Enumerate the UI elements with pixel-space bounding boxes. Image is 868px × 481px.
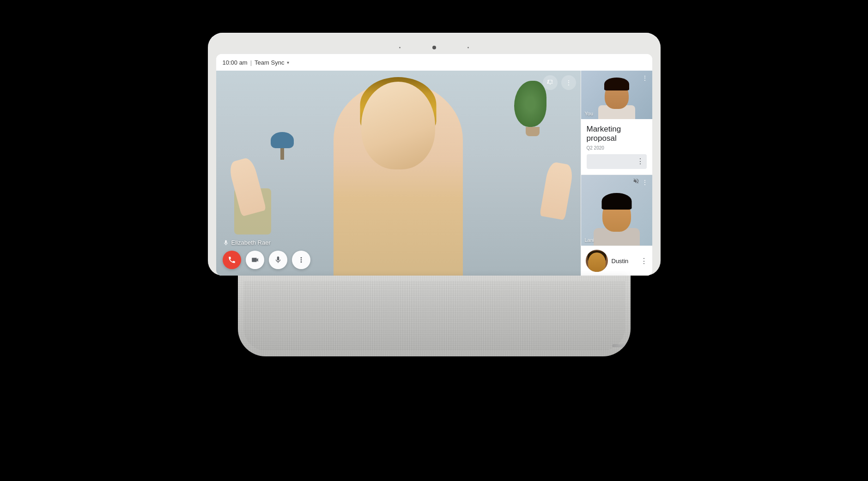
you-person bbox=[594, 78, 640, 119]
screen-content: ⋮ Elizabeth Raer bbox=[216, 71, 652, 276]
pin-button[interactable] bbox=[543, 75, 558, 90]
speaker-label: Elizabeth Raer bbox=[223, 239, 271, 246]
proposal-more-button[interactable]: ⋮ bbox=[637, 157, 644, 166]
device-shell: 10:00 am | Team Sync ▾ bbox=[208, 33, 661, 276]
meeting-dropdown-arrow[interactable]: ▾ bbox=[287, 60, 289, 65]
lani-mute-icon bbox=[633, 178, 639, 186]
person-head bbox=[361, 82, 435, 169]
proposal-subtitle: Q2 2020 bbox=[587, 145, 647, 150]
lani-tile-label: Lani bbox=[585, 237, 595, 243]
dustin-face bbox=[588, 253, 606, 272]
more-dots-icon: ⋮ bbox=[565, 79, 572, 86]
camera-bar bbox=[216, 41, 652, 54]
sidebar: You ⋮ Marketing proposal Q2 2020 ⋮ bbox=[581, 71, 652, 276]
lani-tile: Lani ⋮ bbox=[581, 175, 652, 246]
speaker-base bbox=[238, 276, 631, 356]
lamp-shade bbox=[271, 132, 294, 148]
lani-person bbox=[587, 190, 647, 246]
person-body bbox=[334, 82, 463, 276]
you-tile-more-button[interactable]: ⋮ bbox=[640, 73, 649, 83]
camera-dot bbox=[432, 46, 436, 49]
microphone-button[interactable] bbox=[269, 251, 287, 269]
lani-hair bbox=[601, 193, 631, 210]
camera-indicator-left bbox=[399, 47, 401, 48]
meeting-time: 10:00 am bbox=[223, 59, 248, 66]
end-call-button[interactable] bbox=[223, 251, 241, 269]
dustin-more-button[interactable]: ⋮ bbox=[640, 257, 648, 265]
power-cord bbox=[612, 344, 631, 347]
lani-tile-more-button[interactable]: ⋮ bbox=[640, 178, 649, 187]
topbar-separator: | bbox=[250, 59, 252, 66]
you-tile-section: You ⋮ bbox=[581, 71, 652, 119]
camera-indicator-right bbox=[467, 47, 469, 48]
dustin-row: Dustin ⋮ bbox=[581, 246, 652, 276]
meeting-name[interactable]: Team Sync bbox=[255, 59, 284, 66]
screen-topbar: 10:00 am | Team Sync ▾ bbox=[216, 54, 652, 71]
main-video-more-button[interactable]: ⋮ bbox=[561, 75, 576, 90]
dustin-name: Dustin bbox=[612, 258, 640, 265]
device-wrapper: 10:00 am | Team Sync ▾ bbox=[180, 33, 688, 448]
lani-face bbox=[602, 198, 631, 232]
speaker-fabric-inner bbox=[243, 281, 625, 351]
plant-pot bbox=[526, 127, 540, 136]
you-tile: You ⋮ bbox=[581, 71, 652, 119]
proposal-card: Marketing proposal Q2 2020 ⋮ bbox=[581, 119, 652, 175]
speaker-name: Elizabeth Raer bbox=[231, 239, 271, 246]
plant-leaves bbox=[514, 81, 546, 127]
you-face bbox=[605, 82, 629, 109]
video-controls bbox=[216, 251, 581, 269]
room-lamp bbox=[271, 132, 294, 160]
video-overlay-controls: ⋮ bbox=[543, 75, 576, 90]
lamp-base bbox=[280, 148, 284, 160]
main-video: ⋮ Elizabeth Raer bbox=[216, 71, 581, 276]
you-tile-label: You bbox=[585, 111, 594, 116]
more-options-button[interactable] bbox=[292, 251, 310, 269]
proposal-bar: ⋮ bbox=[587, 154, 647, 169]
proposal-title: Marketing proposal bbox=[587, 125, 647, 144]
camera-button[interactable] bbox=[246, 251, 264, 269]
lani-section: Lani ⋮ Dustin ⋮ bbox=[581, 175, 652, 276]
you-hair bbox=[604, 78, 629, 90]
screen: 10:00 am | Team Sync ▾ bbox=[216, 54, 652, 276]
dustin-avatar bbox=[586, 250, 608, 272]
